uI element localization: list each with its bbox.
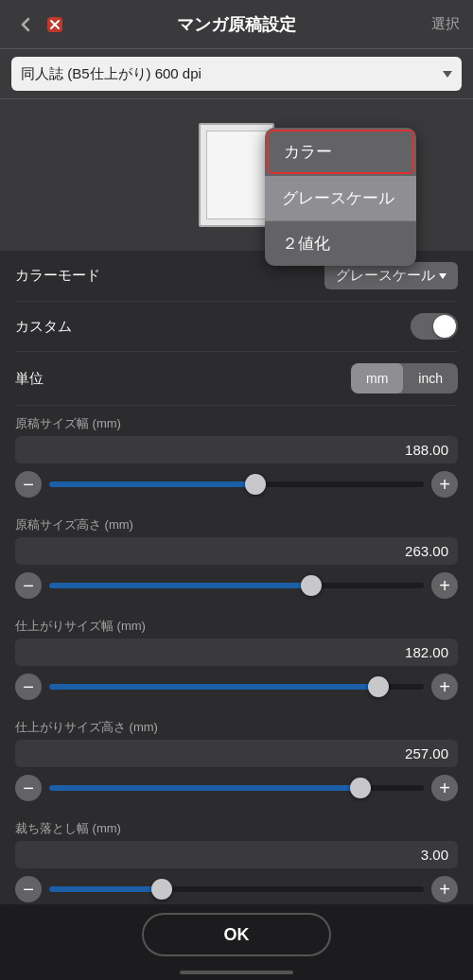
preset-row: 同人誌 (B5仕上がり) 600 dpi (0, 49, 473, 99)
home-indicator (180, 971, 293, 974)
field-height2-label: 仕上がりサイズ高さ (mm) (15, 719, 458, 736)
slider-thumb-height2[interactable] (350, 778, 371, 798)
preview-area: カラー グレースケール ２値化 (0, 99, 473, 251)
top-bar: マンガ原稿設定 選択 (0, 0, 473, 49)
slider-fill-height1 (49, 583, 311, 588)
field-width1-control (15, 436, 458, 464)
slider-track-width2[interactable] (49, 684, 424, 690)
slider-width1: − + (15, 465, 458, 507)
slider-thumb-width1[interactable] (245, 474, 266, 495)
field-width1-input[interactable] (15, 436, 458, 464)
unit-btn-inch[interactable]: inch (403, 363, 458, 394)
close-button[interactable] (42, 11, 68, 38)
preset-arrow-icon (443, 71, 452, 78)
color-mode-label: カラーモード (15, 267, 100, 285)
custom-toggle[interactable] (411, 313, 458, 340)
slider-track-bleed[interactable] (49, 886, 424, 892)
slider-fill-width2 (49, 684, 378, 690)
field-height1: 原稿サイズ高さ (mm) (15, 507, 458, 567)
page-preview-inner (206, 131, 267, 219)
minus-btn-height1[interactable]: − (15, 572, 42, 599)
slider-thumb-width2[interactable] (368, 676, 389, 697)
field-width2-control (15, 639, 458, 666)
field-bleed-control (15, 841, 458, 868)
slider-fill-width1 (49, 481, 255, 487)
ok-bar: OK (0, 904, 473, 980)
slider-width2: − + (15, 668, 458, 709)
ok-button[interactable]: OK (142, 913, 331, 956)
slider-thumb-bleed[interactable] (151, 879, 172, 900)
unit-toggle[interactable]: mm inch (351, 363, 458, 394)
plus-btn-bleed[interactable]: + (431, 876, 458, 902)
field-bleed: 裁ち落とし幅 (mm) (15, 811, 458, 870)
field-width1-label: 原稿サイズ幅 (mm) (15, 415, 458, 432)
slider-fill-height2 (49, 785, 360, 791)
field-height2-input[interactable] (15, 740, 458, 767)
field-bleed-input[interactable] (15, 841, 458, 868)
field-height2-control (15, 740, 458, 767)
slider-track-height2[interactable] (49, 785, 424, 791)
unit-mm-label: mm (366, 371, 388, 386)
custom-label: カスタム (15, 318, 72, 336)
page-title: マンガ原稿設定 (177, 13, 296, 36)
plus-btn-width2[interactable]: + (431, 674, 458, 700)
back-button[interactable] (13, 11, 40, 38)
preset-selector[interactable]: 同人誌 (B5仕上がり) 600 dpi (11, 57, 462, 91)
unit-label: 単位 (15, 370, 44, 388)
field-width2-label: 仕上がりサイズ幅 (mm) (15, 618, 458, 635)
plus-btn-width1[interactable]: + (431, 471, 458, 498)
color-mode-arrow-icon (439, 273, 447, 279)
slider-track-width1[interactable] (49, 481, 424, 487)
page-preview (199, 123, 274, 227)
custom-row: カスタム (15, 302, 458, 352)
plus-btn-height2[interactable]: + (431, 775, 458, 801)
field-width1: 原稿サイズ幅 (mm) (15, 406, 458, 465)
right-label: 選択 (431, 15, 460, 33)
slider-height1: − + (15, 567, 458, 608)
slider-track-height1[interactable] (49, 583, 424, 588)
field-height1-input[interactable] (15, 537, 458, 565)
slider-fill-bleed (49, 886, 162, 892)
unit-btn-mm[interactable]: mm (351, 363, 403, 394)
minus-btn-width2[interactable]: − (15, 674, 42, 700)
color-mode-value-box[interactable]: グレースケール (324, 262, 458, 289)
slider-height2: − + (15, 769, 458, 811)
field-height1-label: 原稿サイズ高さ (mm) (15, 516, 458, 534)
toggle-knob (433, 315, 456, 338)
minus-btn-height2[interactable]: − (15, 775, 42, 801)
slider-thumb-height1[interactable] (301, 575, 322, 596)
dropdown-item-color[interactable]: カラー (267, 130, 414, 174)
minus-btn-width1[interactable]: − (15, 471, 42, 498)
dropdown-item-binary[interactable]: ２値化 (265, 221, 416, 266)
field-height1-control (15, 537, 458, 565)
field-height2: 仕上がりサイズ高さ (mm) (15, 709, 458, 769)
dropdown-item-grayscale[interactable]: グレースケール (265, 176, 416, 221)
unit-row: 単位 mm inch (15, 352, 458, 406)
color-mode-dropdown[interactable]: カラー グレースケール ２値化 (265, 128, 416, 266)
preset-label: 同人誌 (B5仕上がり) 600 dpi (21, 65, 201, 83)
color-mode-value: グレースケール (336, 267, 435, 285)
unit-inch-label: inch (418, 371, 443, 386)
field-width2-input[interactable] (15, 639, 458, 666)
field-bleed-label: 裁ち落とし幅 (mm) (15, 820, 458, 837)
field-width2: 仕上がりサイズ幅 (mm) (15, 608, 458, 668)
plus-btn-height1[interactable]: + (431, 572, 458, 599)
settings-area: カラーモード グレースケール カスタム 単位 mm inch 原稿サイズ幅 (m… (0, 251, 473, 936)
minus-btn-bleed[interactable]: − (15, 876, 42, 902)
